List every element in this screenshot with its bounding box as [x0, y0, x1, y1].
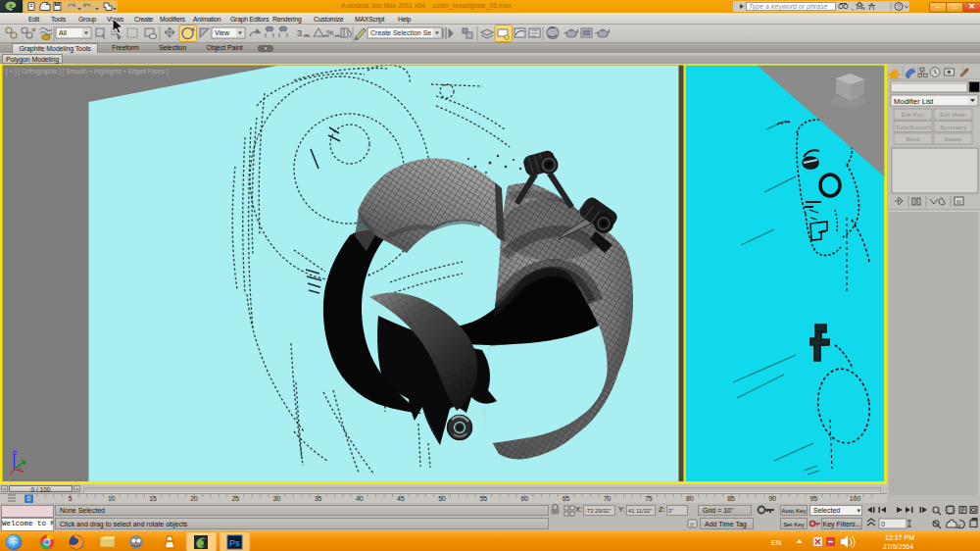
svg-text:10: 10 — [108, 495, 116, 502]
svg-text:Ps: Ps — [229, 537, 240, 547]
svg-text:5: 5 — [69, 495, 73, 502]
svg-text:50: 50 — [438, 495, 446, 502]
svg-text:55: 55 — [479, 495, 487, 502]
svg-text:Edit Poly: Edit Poly — [902, 112, 925, 118]
svg-text:x: x — [19, 466, 22, 472]
svg-text:27/5/2554: 27/5/2554 — [883, 543, 913, 550]
svg-text:?: ? — [897, 3, 901, 10]
svg-text:All: All — [59, 29, 67, 36]
svg-text:3: 3 — [297, 28, 302, 38]
svg-text:%: % — [326, 28, 333, 37]
svg-text:Create Selection Se: Create Selection Se — [370, 29, 431, 36]
svg-text:25: 25 — [232, 495, 240, 502]
svg-text:65: 65 — [563, 495, 570, 502]
svg-text:12:17 PM: 12:17 PM — [885, 534, 914, 541]
svg-text:TurboSmooth: TurboSmooth — [895, 125, 930, 130]
svg-text:EN: EN — [771, 538, 781, 547]
svg-text:90: 90 — [768, 495, 776, 502]
svg-text:Bend: Bend — [906, 136, 919, 142]
svg-text:Edit Mesh: Edit Mesh — [940, 112, 966, 118]
svg-text:Symmetry: Symmetry — [940, 125, 966, 130]
svg-text:100: 100 — [850, 495, 861, 502]
svg-text:80: 80 — [686, 495, 694, 502]
svg-text:95: 95 — [810, 495, 818, 502]
svg-text:Sweep: Sweep — [944, 136, 962, 142]
svg-text:0: 0 — [881, 521, 885, 527]
svg-text:15: 15 — [149, 495, 157, 502]
svg-text:30: 30 — [273, 495, 281, 502]
svg-text:60: 60 — [521, 495, 529, 502]
svg-text:[ + ] [ Orthographic ] [ Smoot: [ + ] [ Orthographic ] [ Smooth + Highli… — [6, 68, 169, 75]
svg-text:Modifier List: Modifier List — [894, 97, 934, 106]
svg-text:20: 20 — [190, 495, 198, 502]
svg-text:40: 40 — [356, 495, 364, 502]
svg-text:85: 85 — [727, 495, 735, 502]
svg-text:75: 75 — [645, 495, 653, 502]
svg-text:35: 35 — [315, 495, 322, 502]
svg-text:70: 70 — [604, 495, 612, 502]
svg-text:View: View — [215, 29, 230, 36]
svg-text:0: 0 — [27, 495, 31, 502]
svg-text:45: 45 — [397, 495, 405, 502]
